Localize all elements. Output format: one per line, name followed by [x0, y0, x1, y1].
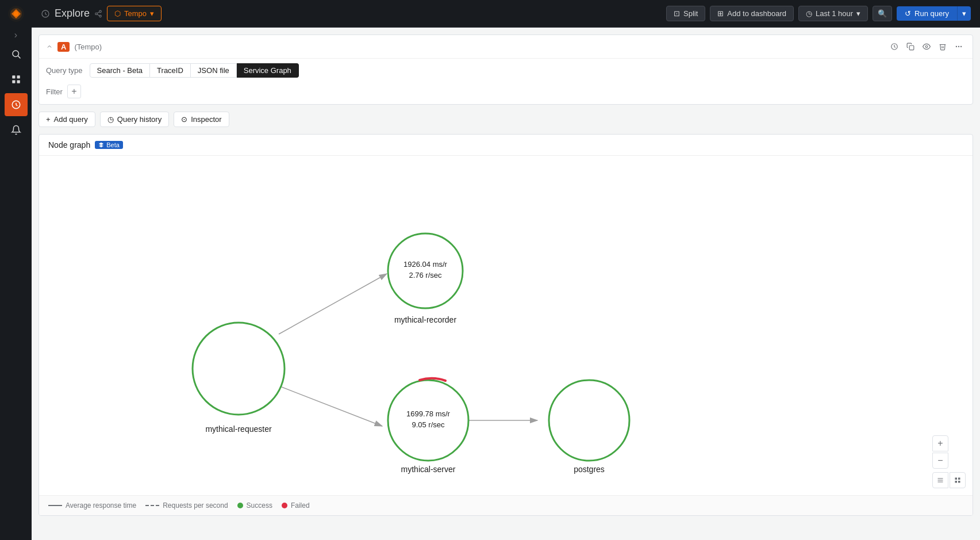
svg-point-12 — [99, 15, 102, 17]
node-recorder-line1: 1926.04 ms/r — [403, 260, 448, 269]
tab-service-graph[interactable]: Service Graph — [237, 63, 299, 78]
edge-requester-server — [279, 386, 382, 426]
query-bottom-actions: + Add query ◷ Query history ⊙ Inspector — [39, 112, 973, 127]
sidebar-collapse-btn[interactable]: › — [14, 30, 17, 40]
time-range-label: Last 1 hour — [816, 9, 853, 18]
svg-line-3 — [18, 56, 20, 58]
view-grid-button[interactable] — [950, 472, 966, 488]
add-to-dashboard-button[interactable]: ⊞ Add to dashboard — [710, 6, 794, 21]
legend-success-dot — [237, 503, 243, 508]
main-area: Explore ⬡ Tempo ▾ ⊡ Split ⊞ Add to dashb… — [32, 0, 980, 540]
zoom-in-button[interactable]: + — [932, 435, 948, 451]
inspector-label: Inspector — [191, 115, 221, 124]
node-postgres-label: postgres — [574, 465, 605, 474]
more-options-icon[interactable] — [952, 40, 966, 53]
sidebar: › — [0, 0, 32, 540]
datasource-name: Tempo — [124, 9, 147, 18]
svg-line-13 — [97, 14, 99, 15]
split-button[interactable]: ⊡ Split — [666, 6, 705, 21]
run-icon: ↺ — [905, 9, 911, 18]
graph-legend: Average response time Requests per secon… — [39, 495, 973, 515]
add-icon: + — [46, 115, 51, 124]
node-server-line1: 1699.78 ms/r — [406, 409, 451, 418]
legend-success: Success — [237, 501, 272, 510]
zoom-controls: + − — [932, 435, 966, 488]
graph-canvas[interactable]: mythical-requester 1926.04 ms/r 2.76 r/s… — [39, 156, 973, 495]
zoom-out-button[interactable]: 🔍 — [873, 6, 892, 21]
panel-actions — [887, 40, 966, 53]
graph-svg: mythical-requester 1926.04 ms/r 2.76 r/s… — [39, 156, 973, 495]
panel-source: (Tempo) — [74, 43, 102, 51]
query-panel: A (Tempo) — [39, 35, 973, 105]
svg-rect-6 — [12, 81, 15, 83]
node-postgres-circle[interactable] — [549, 380, 629, 461]
tab-traceid[interactable]: TraceID — [150, 63, 191, 78]
svg-rect-25 — [955, 478, 958, 480]
zoom-out-icon: 🔍 — [878, 9, 887, 18]
beta-badge: Beta — [95, 141, 123, 149]
tab-json-file[interactable]: JSON file — [191, 63, 237, 78]
legend-avg-response: Average response time — [48, 501, 136, 510]
history-icon: ◷ — [107, 115, 114, 124]
delete-query-icon[interactable] — [936, 40, 950, 53]
run-query-caret-button[interactable]: ▾ — [957, 6, 971, 21]
topbar: Explore ⬡ Tempo ▾ ⊡ Split ⊞ Add to dashb… — [32, 0, 980, 28]
share-icon[interactable] — [94, 10, 102, 18]
tab-search-beta[interactable]: Search - Beta — [90, 63, 151, 78]
edge-requester-recorder — [279, 274, 387, 334]
view-controls — [932, 472, 966, 488]
toggle-visibility-icon[interactable] — [920, 40, 933, 53]
page-title: Explore — [55, 7, 90, 20]
svg-rect-27 — [955, 481, 958, 483]
copy-query-icon[interactable] — [904, 40, 917, 53]
node-requester-circle[interactable] — [193, 323, 285, 415]
legend-failed: Failed — [282, 501, 310, 510]
sidebar-item-alerts[interactable] — [5, 118, 28, 141]
sidebar-item-dashboards[interactable] — [5, 68, 28, 91]
time-range-selector[interactable]: ◷ Last 1 hour ▾ — [798, 6, 868, 21]
view-list-button[interactable] — [932, 472, 948, 488]
inspector-button[interactable]: ⊙ Inspector — [174, 112, 229, 127]
content-area: A (Tempo) — [32, 28, 980, 540]
sidebar-item-explore[interactable] — [5, 93, 28, 116]
query-history-button[interactable]: ◷ Query history — [100, 112, 169, 127]
svg-point-18 — [956, 46, 957, 47]
legend-rps: Requests per second — [145, 501, 228, 510]
svg-point-11 — [95, 13, 98, 15]
query-panel-header: A (Tempo) — [39, 35, 973, 59]
svg-rect-5 — [17, 75, 20, 78]
filter-add-button[interactable]: + — [67, 85, 81, 98]
time-range-override-icon[interactable] — [887, 40, 901, 53]
svg-point-20 — [960, 46, 962, 47]
node-recorder-line2: 2.76 r/sec — [409, 271, 442, 279]
node-server-line2: 9.05 r/sec — [412, 420, 445, 429]
zoom-out-button[interactable]: − — [932, 453, 948, 469]
add-query-label: Add query — [54, 115, 88, 124]
explore-icon — [41, 9, 50, 18]
svg-point-10 — [99, 10, 102, 13]
svg-rect-7 — [17, 81, 20, 83]
run-query-label: Run query — [914, 9, 949, 18]
run-query-button[interactable]: ↺ Run query — [897, 6, 957, 21]
node-requester-label: mythical-requester — [205, 424, 271, 434]
node-recorder-label: mythical-recorder — [394, 315, 456, 324]
svg-rect-26 — [958, 478, 960, 480]
filter-row: Filter + — [39, 82, 973, 104]
grafana-logo — [7, 5, 25, 23]
svg-rect-28 — [958, 481, 960, 483]
legend-avg-line — [48, 505, 62, 506]
datasource-selector[interactable]: ⬡ Tempo ▾ — [107, 6, 162, 21]
add-query-button[interactable]: + Add query — [39, 112, 95, 127]
node-graph-header: Node graph Beta — [39, 135, 973, 156]
svg-point-2 — [13, 51, 19, 57]
inspector-icon: ⊙ — [181, 115, 187, 124]
collapse-icon[interactable] — [46, 43, 53, 50]
add-dashboard-label: Add to dashboard — [727, 9, 786, 18]
sidebar-item-search[interactable] — [5, 43, 28, 66]
legend-failed-dot — [282, 503, 287, 508]
clock-icon: ◷ — [806, 9, 812, 18]
svg-line-14 — [97, 12, 99, 13]
query-type-label: Query type — [46, 66, 83, 75]
query-history-label: Query history — [117, 115, 162, 124]
split-label: Split — [683, 9, 698, 18]
